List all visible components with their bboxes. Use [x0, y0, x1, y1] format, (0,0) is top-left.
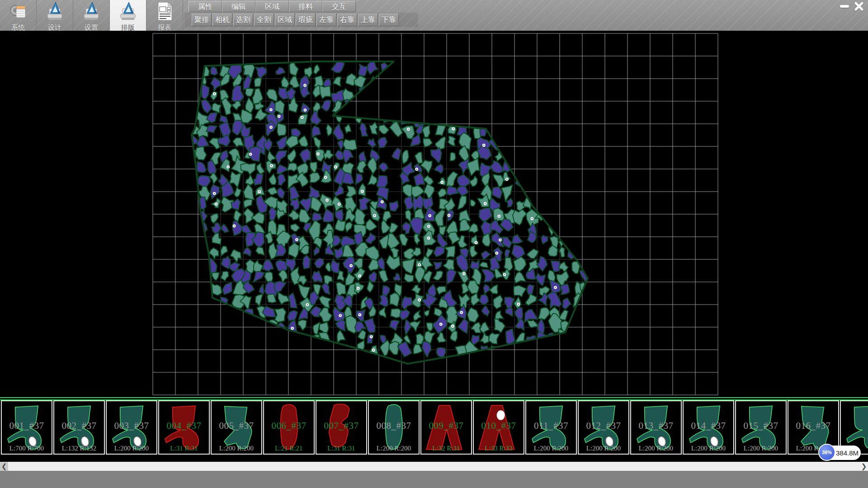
- piece-id-label: 005_#37: [212, 420, 261, 432]
- piece-id-label: 011_#37: [526, 420, 576, 432]
- piece-thumbnail[interactable]: 015_#37 L:200 R:200: [735, 400, 787, 455]
- piece-id-label: 003_#37: [107, 420, 156, 432]
- piece-thumbnail[interactable]: 004_#37 L:31 R:31: [158, 400, 210, 455]
- window-footer: [0, 471, 868, 488]
- piece-thumbnail[interactable]: 001_#37 L:700 R:700: [1, 400, 52, 455]
- piece-id-label: 007_#37: [316, 420, 366, 432]
- piece-thumbnail-strip: 001_#37 L:700 R:700 002_#37 L:132 R:132 …: [0, 397, 868, 456]
- piece-thumbnail[interactable]: 014_#37 L:200 R:200: [683, 400, 734, 455]
- piece-id-label: 008_#37: [369, 420, 419, 432]
- piece-lr-count: L:31 R:31: [316, 445, 366, 452]
- menu-button[interactable]: 排料: [289, 1, 322, 12]
- piece-thumbnail[interactable]: 009_#37 L:32 R:31: [420, 400, 472, 455]
- tool-button[interactable]: 下靠: [379, 14, 399, 26]
- scroll-right-icon: ❯: [861, 462, 867, 470]
- scroll-left-button[interactable]: ❮: [0, 462, 8, 471]
- piece-lr-count: L:200 R:200: [526, 445, 576, 452]
- tool-button[interactable]: 右靠: [337, 14, 357, 26]
- minimize-button[interactable]: [838, 1, 851, 11]
- minimize-icon: [840, 5, 849, 8]
- piece-id-label: 010_#37: [474, 420, 524, 432]
- piece-id-label: 009_#37: [421, 420, 471, 432]
- close-button[interactable]: [853, 1, 865, 11]
- piece-thumbnail[interactable]: 013_#37 L:200 R:200: [630, 400, 682, 455]
- piece-thumbnail[interactable]: 003_#37 L:200 R:200: [106, 400, 157, 455]
- piece-id-label: 001_#37: [2, 420, 52, 432]
- app-button-design-setsquare[interactable]: 设计: [37, 0, 73, 31]
- piece-id-label: 004_#37: [159, 420, 209, 432]
- menu-button[interactable]: 属性: [189, 1, 222, 12]
- piece-thumbnail[interactable]: 005_#37 L:200 R:200: [211, 400, 262, 455]
- piece-thumbnail[interactable]: 008_#37 L:200 R:200: [368, 400, 420, 455]
- piece-lr-count: L:33 R:33: [474, 445, 524, 452]
- settings-setsquare-icon: [82, 1, 100, 23]
- piece-id-label: 015_#37: [736, 420, 786, 432]
- menu-button[interactable]: 区域: [255, 1, 289, 12]
- close-icon: [854, 1, 864, 11]
- tool-button[interactable]: 全割: [254, 14, 274, 26]
- piece-lr-count: L:200 R:200: [631, 445, 681, 452]
- app-button-settings-setsquare[interactable]: 设置: [73, 0, 110, 31]
- thumbnail-row: 001_#37 L:700 R:700 002_#37 L:132 R:132 …: [0, 400, 868, 456]
- menu-button[interactable]: 交互: [322, 1, 356, 12]
- piece-lr-count: L:21 R:21: [264, 445, 314, 452]
- report-document-icon: [156, 1, 174, 23]
- tool-strip: 聚排相机选割全割区域瑕疵左靠右靠上靠下靠: [184, 13, 418, 27]
- horizontal-scrollbar[interactable]: ❮ ❯: [0, 462, 868, 471]
- tool-button[interactable]: 区域: [275, 14, 295, 26]
- piece-id-label: 006_#37: [264, 420, 314, 432]
- tool-button[interactable]: 左靠: [316, 14, 336, 26]
- piece-lr-count: L:200 R:200: [579, 445, 628, 452]
- tool-button[interactable]: 选割: [233, 14, 253, 26]
- piece-id-label: 016_#37: [788, 420, 838, 432]
- nesting-canvas[interactable]: [0, 31, 868, 397]
- tool-button[interactable]: 瑕疵: [296, 14, 316, 26]
- piece-id-label: 013_#37: [631, 420, 681, 432]
- system-gear-icon: [8, 1, 28, 23]
- app-button-report-document[interactable]: 报表: [146, 0, 183, 31]
- piece-id-label: 012_#37: [579, 420, 628, 432]
- memory-value: 384.8M: [835, 449, 861, 457]
- piece-id-label: 002_#37: [54, 420, 104, 432]
- piece-thumbnail[interactable]: 012_#37 L:200 R:200: [578, 400, 629, 455]
- design-setsquare-icon: [46, 1, 64, 23]
- piece-id-label: 014_#37: [684, 420, 733, 432]
- menu-bar: 属性编辑区域排料交互: [189, 1, 356, 12]
- piece-lr-count: L:700 R:700: [2, 445, 52, 452]
- piece-lr-count: L:200 R:200: [212, 445, 261, 452]
- title-toolbar: 系统 设计 设置 排版 报表 属性编辑: [0, 0, 868, 31]
- window-controls: [838, 1, 865, 11]
- progress-percent-badge: 38%: [818, 444, 835, 461]
- piece-thumbnail[interactable]: 002_#37 L:132 R:132: [53, 400, 105, 455]
- piece-lr-count: L:200 R:200: [684, 445, 733, 452]
- piece-lr-count: L:132 R:132: [54, 445, 104, 452]
- app-button-layout-setsquare[interactable]: 排版: [110, 0, 146, 31]
- tool-button[interactable]: 上靠: [358, 14, 378, 26]
- scroll-left-icon: ❮: [1, 462, 7, 470]
- memory-status-badge: 38% 384.8M: [819, 446, 861, 460]
- piece-thumbnail[interactable]: 010_#37 L:33 R:33: [473, 400, 524, 455]
- app-button-system-gear[interactable]: 系统: [0, 0, 37, 31]
- piece-lr-count: L:31 R:31: [159, 445, 209, 452]
- piece-lr-count: L:200 R:200: [107, 445, 156, 452]
- piece-thumbnail[interactable]: 006_#37 L:21 R:21: [263, 400, 315, 455]
- menu-button[interactable]: 编辑: [222, 1, 255, 12]
- piece-lr-count: L:32 R:31: [421, 445, 471, 452]
- app-toolbar: 系统 设计 设置 排版 报表: [0, 0, 183, 31]
- piece-thumbnail[interactable]: 007_#37 L:31 R:31: [316, 400, 367, 455]
- piece-lr-count: L:200 R:200: [736, 445, 786, 452]
- strip-divider-line: [0, 397, 868, 398]
- tool-button[interactable]: 聚排: [192, 14, 212, 26]
- piece-lr-count: L:200 R:200: [369, 445, 419, 452]
- scroll-right-button[interactable]: ❯: [860, 462, 868, 471]
- canvas-graphics: [0, 31, 868, 397]
- layout-setsquare-icon: [119, 1, 137, 23]
- tool-button[interactable]: 相机: [212, 14, 232, 26]
- piece-thumbnail[interactable]: 011_#37 L:200 R:200: [525, 400, 577, 455]
